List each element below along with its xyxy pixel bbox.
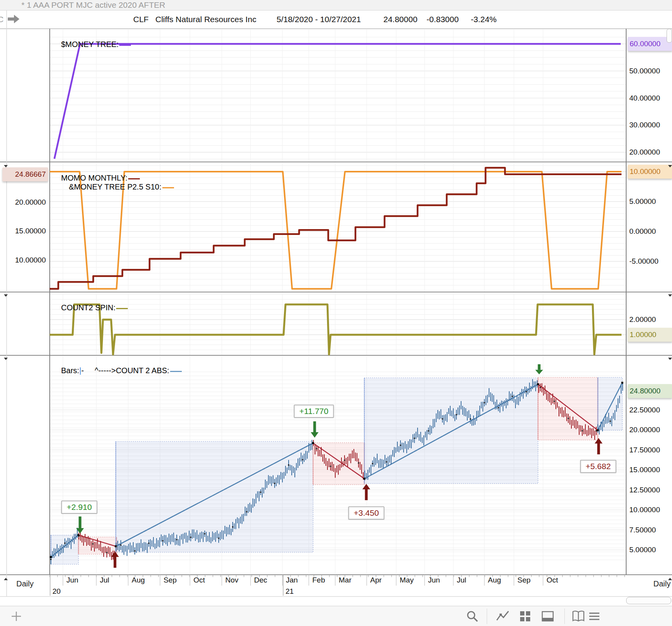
month-label: Dec [254,576,267,584]
axis-label: 20.00000 [629,148,660,156]
pivot-dot [364,478,366,480]
count2-spin-swatch [116,308,128,309]
panel-collapse-arrow[interactable] [668,294,672,297]
axis-label: 2.00000 [629,315,656,324]
trend-tool-icon[interactable] [496,609,510,623]
swing-move-label[interactable]: +5.682 [580,460,616,473]
vertical-scrollbar-thumb[interactable] [667,29,672,43]
month-label: Aug [488,576,501,584]
axis-label: 5.00000 [629,197,656,206]
panel-collapse-arrow[interactable] [4,165,8,167]
bottom-toolbar [0,606,672,626]
axis-label: 7.50000 [629,526,656,534]
pivot-dot [597,430,599,431]
panel-collapse-arrow[interactable] [668,578,672,580]
pivot-dot [115,545,117,547]
month-label: Jan [286,576,298,584]
count2-spin-value-badge: 1.00000 [628,328,672,342]
month-label: Oct [193,576,205,584]
panel4-label[interactable]: Bars:|-^----->COUNT 2 ABS: [52,357,183,384]
axis-label: 22.50000 [629,406,660,414]
count2-abs-swatch [170,371,182,372]
security-name: Cliffs Natural Resources Inc [155,15,256,26]
pivot-dot [622,382,623,384]
axis-label: 15.00000 [629,466,660,474]
axis-label: 50.00000 [629,67,660,75]
pivot-dot [312,442,314,444]
last-price-badge: 24.80000 [628,384,672,398]
timeframe-left[interactable]: Daily [16,579,33,588]
panel3-label[interactable]: COUNT2 SPIN: [52,294,129,321]
month-label: Mar [339,576,352,584]
axis-label: 0.00000 [629,227,656,236]
month-label: Nov [225,576,239,584]
month-label: May [400,576,414,584]
axis-label: 40.00000 [629,94,660,103]
axis-label: 5.00000 [629,546,656,554]
axis-label: 12.50000 [629,486,660,494]
price-change: -0.83000 [427,15,459,26]
charting-app-window: * 1 AAA PORT MJC active 2020 AFTER CLF C… [0,0,672,626]
up-swing-box[interactable] [364,378,538,483]
axis-label: 10.00000 [629,506,660,514]
axis-label: 20.00000 [629,426,660,434]
panel-layout-icon[interactable] [541,609,555,623]
panel-collapse-arrow[interactable] [4,294,8,297]
month-label: Oct [547,576,558,584]
money-tree-p25-swatch [162,187,174,188]
date-range: 5/18/2020 - 10/27/2021 [277,15,361,26]
money-tree-value-badge: 60.00000 [628,37,672,51]
month-label: Jun [66,576,78,584]
panel-collapse-arrow[interactable] [4,578,8,580]
month-label: Sep [164,576,177,584]
swing-move-label[interactable]: +2.910 [61,501,97,514]
series-count2-spin [50,304,622,355]
clipped-glyph: C [0,15,3,26]
pivot-dot [537,383,539,385]
panel2-label[interactable]: MOMO MONTHLY: &MONEY TREE P2.5 S10: [52,165,176,200]
pivot-dot [78,534,80,536]
timeframe-right[interactable]: Daily [653,579,670,588]
panel-collapse-arrow[interactable] [668,165,672,167]
add-icon[interactable] [9,609,23,623]
series--money-tree [54,44,621,159]
grid-view-icon[interactable] [518,609,532,623]
forward-arrow-icon[interactable] [7,14,20,25]
axis-label: 20.00000 [2,198,46,207]
axis-label: 10.00000 [2,256,46,264]
pivot-dot [50,556,52,558]
month-label: Feb [312,576,325,584]
toolbar-separator [564,609,565,624]
year-label: 21 [286,587,294,596]
toolbar-separator [487,609,487,624]
axis-label: 15.00000 [2,227,46,235]
month-label: Jul [100,576,109,584]
momo-monthly-swatch [128,178,140,179]
symbol: CLF [133,15,149,26]
axis-label: -5.00000 [629,257,658,266]
month-label: Aug [132,576,145,584]
money-tree-swatch [119,45,131,46]
month-label: Jul [457,576,466,584]
swing-move-label[interactable]: +3.450 [348,506,385,520]
month-label: Jun [428,576,440,584]
price-change-pct: -3.24% [471,15,497,26]
month-label: Sep [517,576,531,584]
axis-label: 17.50000 [629,446,660,454]
swing-move-label[interactable]: +11.770 [294,405,334,418]
momo-value-badge: 24.86667 [2,167,48,181]
last-price: 24.80000 [383,15,418,26]
axis-label: 30.00000 [629,121,660,129]
year-label: 20 [52,587,61,596]
book-icon[interactable] [571,609,585,623]
month-label: Apr [370,576,382,584]
panel-collapse-arrow[interactable] [4,358,8,360]
horizontal-scrollbar-thumb[interactable] [626,597,671,604]
list-icon[interactable] [587,609,601,623]
panel-collapse-arrow[interactable] [668,358,672,360]
money-tree-p25-value-badge: 10.00000 [628,165,672,179]
panel1-label[interactable]: $MONEY TREE: [52,31,132,58]
search-icon[interactable] [465,609,479,623]
swing-high-arrow[interactable] [311,432,319,438]
